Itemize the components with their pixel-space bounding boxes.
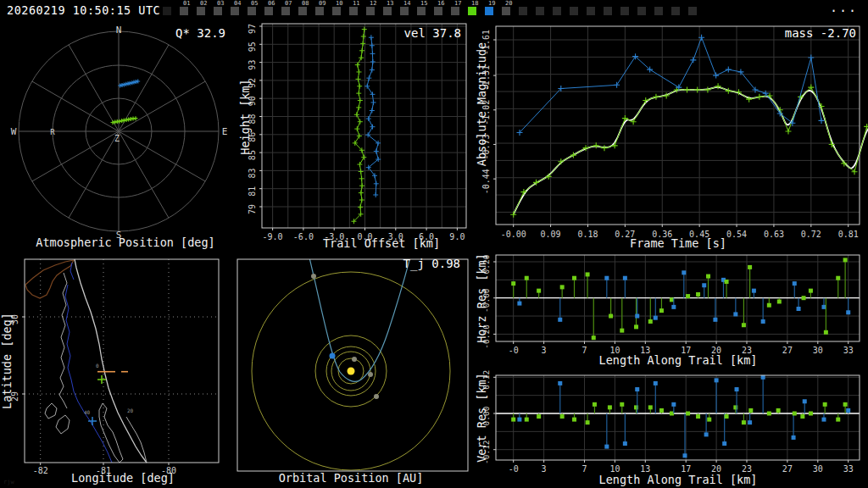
mass-stat: mass -2.70 [785, 26, 856, 40]
axis-tick-label: Z [114, 134, 120, 143]
frame-tab[interactable] [688, 7, 697, 15]
frame-tab-05[interactable]: 05 [248, 7, 256, 15]
axis-tick-label: 97 [248, 24, 257, 34]
frame-tab-04[interactable]: 04 [231, 7, 239, 15]
data-marker [358, 119, 363, 125]
frame-tab[interactable] [654, 7, 663, 15]
frame-tab-label: 14 [403, 1, 410, 7]
residual-point [682, 453, 687, 458]
frame-tab[interactable] [163, 7, 171, 15]
polar-spoke [69, 131, 119, 218]
frame-tab[interactable] [587, 7, 595, 15]
data-marker [359, 169, 364, 174]
frame-tab-02[interactable]: 02 [197, 7, 205, 15]
overflow-menu-button[interactable]: ... [830, 0, 858, 15]
frame-tab[interactable] [570, 7, 578, 15]
axis-tick-label: 93 [248, 60, 257, 70]
orbital-panel: T_j 0.98 Orbital Position [AU] [229, 250, 475, 488]
axis-tick-label: 3 [542, 464, 547, 474]
axis-tick-label: -0.00 [501, 230, 526, 239]
data-marker [601, 145, 607, 151]
residual-point [670, 412, 674, 416]
frame-tab-06[interactable]: 06 [264, 7, 273, 15]
residual-point [671, 402, 676, 407]
frame-tab[interactable] [553, 7, 561, 15]
frame-tab-07[interactable]: 07 [281, 7, 290, 15]
vert-xlabel: Length Along Trail [km] [599, 473, 758, 486]
residual-point [608, 405, 612, 409]
data-marker [356, 105, 361, 110]
residual-point [623, 441, 627, 446]
frame-tab-15[interactable]: 15 [417, 7, 426, 15]
frame-tab[interactable] [620, 7, 629, 15]
frame-tab-10[interactable]: 10 [332, 7, 341, 15]
residual-point [593, 402, 597, 407]
axis-tick-label: 95 [248, 42, 257, 52]
trail-offset-chart: 9795939290888685838179-9.0-6.0-3.00.03.0… [237, 21, 475, 250]
residual-point [537, 414, 541, 419]
frame-tab-03[interactable]: 03 [214, 7, 222, 15]
data-marker [713, 73, 719, 79]
data-marker [785, 129, 791, 135]
residual-point [620, 329, 624, 333]
frame-tab-11[interactable]: 11 [349, 7, 358, 15]
data-marker [370, 68, 375, 73]
horz-res-chart: 0.20-0.00-0.20-0371013172023273033 [475, 250, 868, 369]
trail-distance-label: 40 [84, 409, 91, 415]
vert-res-panel: 0.120.00-0.12-0371013172023273033 Vert R… [475, 369, 868, 488]
data-marker [366, 116, 371, 121]
frame-tab-18[interactable]: 18 [468, 7, 476, 15]
frame-tab-19[interactable]: 19 [485, 7, 493, 15]
data-marker [359, 48, 364, 53]
frame-tab-label: 07 [285, 1, 292, 7]
data-marker [364, 84, 370, 89]
axis-tick-label: -6.0 [293, 232, 314, 241]
residual-point [604, 445, 609, 449]
axis-tick-label: 81 [248, 186, 257, 197]
frame-tab-20[interactable]: 20 [502, 7, 510, 15]
residual-point [586, 420, 590, 424]
residual-point [511, 418, 515, 422]
horz-res-panel: 0.20-0.00-0.20-0371013172023273033 Horz … [475, 250, 868, 369]
frame-tab-17[interactable]: 17 [451, 7, 459, 15]
frame-tab-16[interactable]: 16 [434, 7, 442, 15]
frame-tab[interactable] [671, 7, 680, 15]
axis-tick-label: -0 [509, 346, 519, 355]
residual-point [686, 294, 690, 298]
residual-point [715, 378, 719, 382]
residual-point [742, 323, 746, 327]
frame-tab-13[interactable]: 13 [383, 7, 392, 15]
residual-point [843, 402, 848, 407]
orbital-title: Orbital Position [AU] [279, 471, 424, 485]
data-marker [120, 119, 124, 123]
velocity-stat: vel 37.8 [404, 26, 461, 40]
frame-tab-12[interactable]: 12 [366, 7, 375, 15]
data-marker [358, 204, 363, 209]
frame-tab[interactable] [536, 7, 544, 15]
residual-point [634, 324, 638, 329]
frame-tab[interactable] [604, 7, 612, 15]
frame-tab-09[interactable]: 09 [315, 7, 324, 15]
frame-tab[interactable] [637, 7, 646, 15]
frame-tab[interactable] [519, 7, 527, 15]
residual-point [671, 305, 676, 309]
plot-frame [496, 375, 860, 460]
watermark: rjw [3, 479, 14, 485]
residual-point [682, 270, 686, 274]
residual-point [537, 289, 541, 293]
frame-tab-08[interactable]: 08 [298, 7, 307, 15]
frame-tab-14[interactable]: 14 [400, 7, 409, 15]
residual-point [686, 412, 690, 416]
axis-tick-label: 3 [542, 346, 547, 355]
axis-tick-label: E [222, 126, 228, 137]
polar-spoke [69, 45, 119, 131]
residual-point [713, 318, 717, 322]
trail-distance-label: 20 [127, 408, 134, 413]
frame-tab-label: 02 [200, 1, 207, 7]
orbital-content [252, 254, 450, 470]
frame-tab-label: 05 [251, 1, 258, 7]
residual-point [752, 289, 756, 293]
frame-tab-label: 20 [505, 1, 512, 7]
frame-tab-01[interactable]: 01 [180, 7, 188, 15]
residual-point [654, 316, 658, 320]
